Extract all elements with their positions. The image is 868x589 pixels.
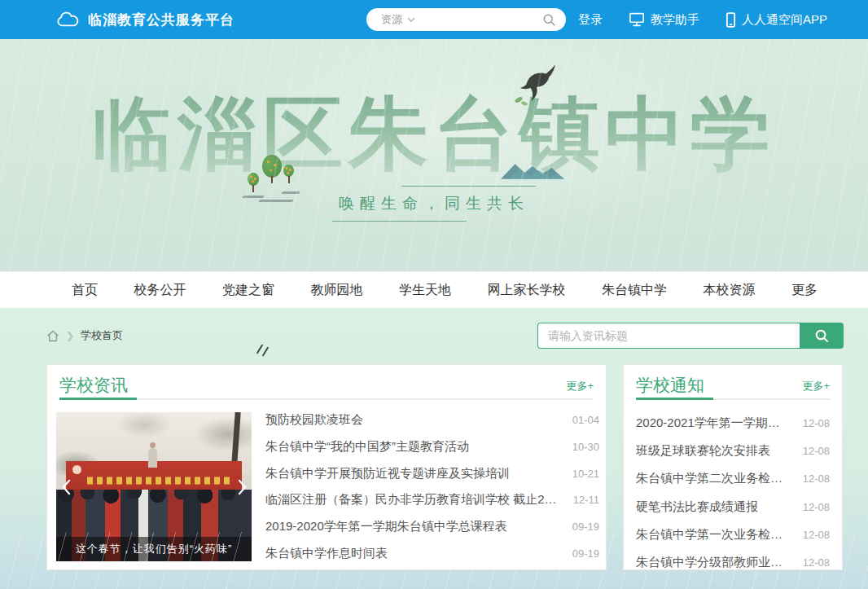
news-item-date: 01-04: [572, 414, 599, 426]
nav-item-school-resources[interactable]: 本校资源: [704, 282, 756, 299]
news-item-title[interactable]: 朱台镇中学开展预防近视专题讲座及实操培训: [265, 466, 561, 481]
news-item-date: 09-19: [572, 547, 599, 560]
trees-decoration: [244, 153, 301, 202]
notice-item[interactable]: 班级足球联赛轮次安排表 12-08: [636, 443, 830, 459]
news-item-title[interactable]: 临淄区注册（备案）民办非学历教育培训学校 截止2019: [265, 492, 562, 508]
leaf-decoration: [521, 101, 528, 106]
search-scope-label[interactable]: 资源: [381, 12, 402, 27]
slogan-text: 唤醒生命，同生共长: [332, 187, 536, 221]
topbar: 临淄教育公共服务平台 资源 登录 教学助手: [0, 0, 868, 39]
news-item[interactable]: 朱台镇中学作息时间表 09-19: [265, 546, 599, 561]
news-item-title[interactable]: 朱台镇中学“我的中国梦”主题教育活动: [265, 439, 561, 455]
nav-item-zhutai-school[interactable]: 朱台镇中学: [602, 282, 667, 299]
notice-item-date: 12-08: [803, 556, 830, 569]
slogan-line: [401, 186, 536, 187]
news-list: 预防校园欺凌班会 01-04 朱台镇中学“我的中国梦”主题教育活动 10-30 …: [265, 412, 599, 561]
search-icon: [814, 328, 830, 344]
news-carousel[interactable]: 这个春节，让我们告别“火药味”: [56, 412, 252, 561]
smartphone-icon: [726, 12, 736, 28]
notice-item-title[interactable]: 朱台镇中学分级部教师业务展: [636, 555, 791, 570]
notice-item-date: 12-08: [803, 445, 830, 457]
breadcrumb-current[interactable]: 学校首页: [81, 328, 123, 343]
leaf-decoration: [514, 96, 523, 103]
news-search-button[interactable]: [800, 323, 844, 349]
page: 临淄教育公共服务平台 资源 登录 教学助手: [0, 0, 868, 589]
news-item-date: 10-21: [572, 468, 599, 480]
brand[interactable]: 临淄教育公共服务平台: [55, 0, 235, 39]
login-label: 登录: [578, 12, 603, 28]
monitor-icon: [629, 12, 645, 27]
school-name: 临淄区朱台镇中学: [0, 81, 868, 189]
main-nav: 首页 校务公开 党建之窗 教师园地 学生天地 网上家长学校 朱台镇中学 本校资源…: [0, 271, 868, 308]
slogan-block: 唤醒生命，同生共长: [332, 186, 536, 222]
notice-item[interactable]: 朱台镇中学第一次业务检查的 12-08: [636, 527, 830, 543]
brush-mark-decoration: [259, 344, 274, 358]
notice-item-date: 12-08: [803, 473, 830, 485]
notice-panel: 学校通知 更多+ 2020-2021学年第一学期足球 12-08 班级足球联赛轮…: [623, 364, 843, 570]
news-item[interactable]: 朱台镇中学开展预防近视专题讲座及实操培训 10-21: [265, 466, 599, 481]
carousel-next-icon[interactable]: [234, 475, 250, 499]
notice-item[interactable]: 朱台镇中学分级部教师业务展 12-08: [636, 555, 830, 570]
notice-item-title[interactable]: 朱台镇中学第一次业务检查的: [636, 527, 791, 543]
news-item-date: 09-19: [572, 521, 599, 533]
hero-banner: 临淄区朱台镇中学 唤醒生命，同生共长: [0, 39, 868, 271]
breadcrumb-chevron-icon: ❯: [66, 330, 74, 341]
news-item[interactable]: 预防校园欺凌班会 01-04: [265, 412, 599, 428]
notice-item-title[interactable]: 硬笔书法比赛成绩通报: [636, 499, 791, 515]
notice-item[interactable]: 朱台镇中学第二次业务检查的 12-08: [636, 471, 830, 486]
news-item-date: 10-30: [572, 441, 599, 453]
mountains-decoration: [501, 160, 564, 179]
notice-more-link[interactable]: 更多+: [802, 371, 830, 393]
teaching-assistant-label: 教学助手: [651, 12, 699, 28]
news-panel-title: 学校资讯: [59, 367, 128, 397]
content-area: ❯ 学校首页 学校资讯 更多+ 这个春节: [0, 308, 868, 589]
swallow-icon: [519, 64, 557, 103]
site-title: 临淄教育公共服务平台: [88, 11, 235, 29]
cloud-logo-icon: [55, 11, 80, 29]
notice-item[interactable]: 2020-2021学年第一学期足球 12-08: [636, 415, 830, 431]
news-item-date: 12-11: [573, 494, 599, 506]
nav-item-school-affairs[interactable]: 校务公开: [134, 282, 186, 299]
nav-item-parent-school[interactable]: 网上家长学校: [488, 282, 566, 299]
topbar-links: 登录 教学助手 人人通空间APP: [578, 0, 827, 39]
notice-item[interactable]: 硬笔书法比赛成绩通报 12-08: [636, 499, 830, 515]
search-icon[interactable]: [542, 13, 556, 27]
news-item[interactable]: 朱台镇中学“我的中国梦”主题教育活动 10-30: [265, 439, 599, 455]
news-search-input[interactable]: [537, 323, 800, 349]
breadcrumb: ❯ 学校首页: [46, 328, 123, 343]
nav-item-teacher-garden[interactable]: 教师园地: [311, 282, 363, 299]
carousel-prev-icon[interactable]: [58, 475, 74, 499]
news-search: [537, 323, 844, 349]
news-panel: 学校资讯 更多+ 这个春节，让我们告别“火药味”: [46, 364, 607, 570]
home-icon[interactable]: [46, 330, 59, 342]
space-app-link[interactable]: 人人通空间APP: [726, 12, 827, 28]
carousel-caption[interactable]: 这个春节，让我们告别“火药味”: [56, 537, 252, 561]
slogan-line: [332, 221, 467, 222]
notice-item-date: 12-08: [803, 417, 830, 429]
notice-item-title[interactable]: 2020-2021学年第一学期足球: [636, 415, 791, 431]
news-item[interactable]: 临淄区注册（备案）民办非学历教育培训学校 截止2019 12-11: [265, 492, 599, 508]
login-link[interactable]: 登录: [578, 12, 603, 28]
carousel-photo-speaker: [148, 448, 157, 468]
teaching-assistant-link[interactable]: 教学助手: [629, 12, 699, 28]
notice-item-title[interactable]: 班级足球联赛轮次安排表: [636, 443, 791, 459]
news-item-title[interactable]: 预防校园欺凌班会: [265, 412, 561, 428]
news-item-title[interactable]: 2019-2020学年第一学期朱台镇中学总课程表: [265, 519, 561, 534]
nav-item-more[interactable]: 更多: [791, 282, 818, 299]
news-more-link[interactable]: 更多+: [566, 371, 594, 393]
notice-panel-header: 学校通知 更多+: [636, 365, 830, 400]
notice-panel-title: 学校通知: [636, 367, 704, 397]
topbar-search[interactable]: 资源: [366, 8, 566, 31]
nav-item-student-world[interactable]: 学生天地: [399, 282, 451, 299]
news-item-title[interactable]: 朱台镇中学作息时间表: [265, 546, 561, 561]
nav-item-home[interactable]: 首页: [72, 282, 98, 299]
notice-item-title[interactable]: 朱台镇中学第二次业务检查的: [636, 471, 791, 486]
notice-list: 2020-2021学年第一学期足球 12-08 班级足球联赛轮次安排表 12-0…: [636, 415, 830, 570]
space-app-label: 人人通空间APP: [742, 12, 827, 28]
news-item[interactable]: 2019-2020学年第一学期朱台镇中学总课程表 09-19: [265, 519, 599, 534]
chevron-down-icon[interactable]: [407, 16, 415, 23]
nav-item-party-building[interactable]: 党建之窗: [222, 282, 274, 299]
notice-item-date: 12-08: [803, 529, 830, 541]
notice-item-date: 12-08: [803, 501, 830, 513]
news-panel-header: 学校资讯 更多+: [59, 365, 594, 400]
